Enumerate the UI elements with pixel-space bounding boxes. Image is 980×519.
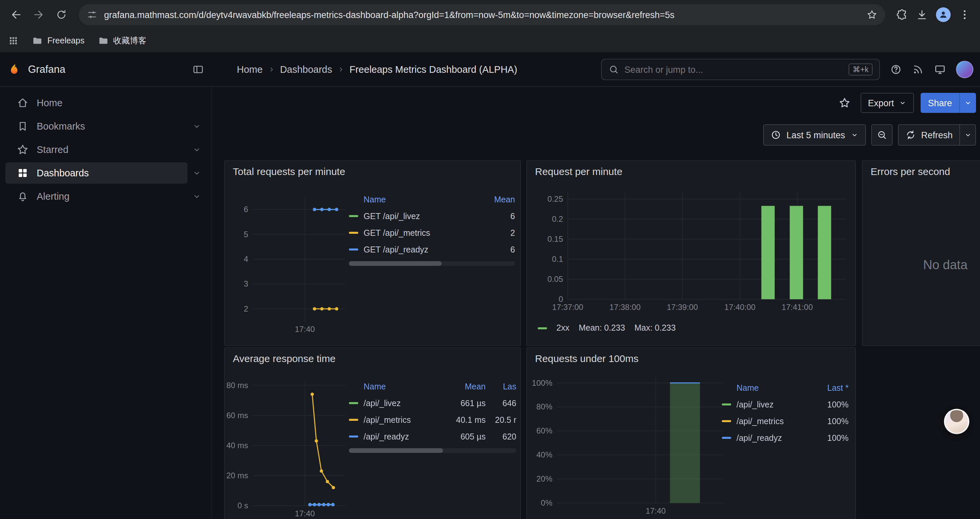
chevron-down-icon [192,168,202,178]
address-bar[interactable]: grafana.mathmast.com/d/deytv4rwavabkb/fr… [79,4,885,26]
header-icons [890,61,973,78]
legend-series-name[interactable]: GET /api/_livez [364,211,476,221]
dashboard-actions: Export Share [835,92,976,113]
refresh-button[interactable]: Refresh [897,124,960,145]
panel-request-per-minute: Request per minute 0.250.20.150.10.05017… [527,160,856,346]
back-icon [10,9,22,21]
sidebar-toggle-icon[interactable] [192,64,204,75]
breadcrumb-item[interactable]: Home [237,64,262,75]
bell-icon [17,190,29,203]
svg-text:0.05: 0.05 [547,275,563,284]
legend-header-value[interactable]: Last * [815,383,849,393]
panel-title[interactable]: Requests under 100ms [527,348,855,369]
sidebar-item-starred[interactable]: Starred [5,139,188,160]
legend-header-value[interactable]: Mean [448,382,486,391]
legend-scrollbar[interactable] [349,261,515,266]
svg-text:6: 6 [244,205,248,214]
svg-text:2: 2 [244,304,248,313]
legend-header-name[interactable]: Name [737,383,815,393]
legend-series-value: 20.5 r [486,415,516,425]
legend-series-value: 6 [476,211,515,221]
legend-series-name[interactable]: /api/_readyz [737,433,815,442]
kiosk-monitor-icon[interactable] [934,64,946,75]
legend-series-value: 646 [486,398,516,408]
svg-text:100%: 100% [532,378,552,387]
bookmark-folder[interactable]: Freeleaps [27,34,90,48]
series-color-dash [722,404,731,406]
legend-header-value[interactable]: Mean [476,195,515,204]
expand-chevron-button[interactable] [188,168,206,178]
legend-series-name[interactable]: /api/_readyz [364,432,448,441]
extensions-puzzle-icon[interactable] [896,9,908,21]
help-icon[interactable] [890,64,902,75]
total-requests-chart[interactable]: 6543217:40 [228,188,353,344]
browser-menu-kebab-icon[interactable] [959,9,970,21]
panel-title[interactable]: Average response time [225,348,520,369]
share-button[interactable]: Share [921,93,959,113]
svg-text:0: 0 [559,295,563,303]
downloads-icon[interactable] [916,9,928,21]
legend-series-name[interactable]: 2xx [556,323,570,333]
legend-series-name[interactable]: /api/_livez [364,398,448,408]
sidebar-item-alerting[interactable]: Alerting [5,186,188,207]
site-settings-icon[interactable] [87,10,97,20]
expand-chevron-button[interactable] [188,121,206,131]
chevron-down-icon [964,99,972,107]
share-menu-button[interactable] [959,93,976,113]
scrollbar-thumb[interactable] [349,261,442,266]
favorite-star-button[interactable] [835,94,854,112]
bookmark-star-icon[interactable] [867,10,877,20]
sidebar-item-home[interactable]: Home [5,92,206,113]
sidebar-item-bookmarks[interactable]: Bookmarks [5,115,188,137]
time-range-picker[interactable]: Last 5 minutes [763,124,866,145]
average-response-time-chart[interactable]: 80 ms60 ms40 ms20 ms0 s17:40 [228,375,353,519]
series-color-dash [349,436,358,438]
legend-series-name[interactable]: /api/_livez [737,400,815,409]
legend-series-name[interactable]: /api/_metrics [737,417,815,426]
browser-reload-button[interactable] [51,4,72,26]
legend-header-row: NameMean [349,192,515,208]
legend-series-name[interactable]: GET /api/_metrics [364,228,476,238]
expand-chevron-button[interactable] [188,145,206,154]
legend-header-value[interactable]: Las [486,382,516,391]
browser-back-button[interactable] [5,4,27,26]
grafana-header-left: Grafana [0,63,212,76]
refresh-interval-button[interactable] [960,124,976,145]
assistant-avatar-fab[interactable] [944,409,969,434]
zoom-out-time-button[interactable] [871,124,892,145]
share-label: Share [928,98,952,108]
request-per-minute-chart[interactable]: 0.250.20.150.10.05017:37:0017:38:0017:39… [530,185,854,336]
svg-text:0 s: 0 s [237,501,248,510]
grafana-logo-icon[interactable] [8,63,21,76]
legend-series-name[interactable]: /api/_metrics [364,415,448,425]
expand-chevron-button[interactable] [188,192,206,201]
no-data-message: No data [862,258,980,273]
apps-grid-icon[interactable] [8,35,19,46]
search-input[interactable]: Search or jump to... ⌘+k [601,59,880,80]
share-split-button: Share [921,93,976,113]
url-text[interactable]: grafana.mathmast.com/d/deytv4rwavabkb/fr… [104,10,860,20]
legend-row: /api/_metrics40.1 ms20.5 r [349,412,516,428]
star-icon [17,144,29,156]
scrollbar-thumb[interactable] [349,448,442,453]
legend-scrollbar[interactable] [349,448,516,453]
breadcrumb-item[interactable]: Dashboards [280,64,332,75]
series-color-dash [722,420,731,422]
export-button[interactable]: Export [861,93,914,113]
legend-header-name[interactable]: Name [364,195,476,204]
sidebar-item-dashboards[interactable]: Dashboards [5,162,188,184]
browser-profile-avatar[interactable] [936,7,951,22]
user-avatar[interactable] [956,61,973,78]
legend-header-name[interactable]: Name [364,382,448,391]
browser-forward-button[interactable] [28,4,49,26]
legend-series-name[interactable]: GET /api/_readyz [364,245,476,254]
panel-title[interactable]: Errors per second [862,161,980,182]
requests-under-100ms-chart[interactable]: 100%80%60%40%20%0%17:40 [530,372,730,519]
bookmark-folder[interactable]: 收藏博客 [92,33,152,48]
panel-title[interactable]: Request per minute [527,161,855,182]
svg-text:60 ms: 60 ms [226,411,248,420]
legend-series-value: 661 µs [448,398,486,408]
news-rss-icon[interactable] [912,64,924,75]
panel-title[interactable]: Total requests per minute [225,161,520,182]
svg-text:0.2: 0.2 [552,214,563,224]
